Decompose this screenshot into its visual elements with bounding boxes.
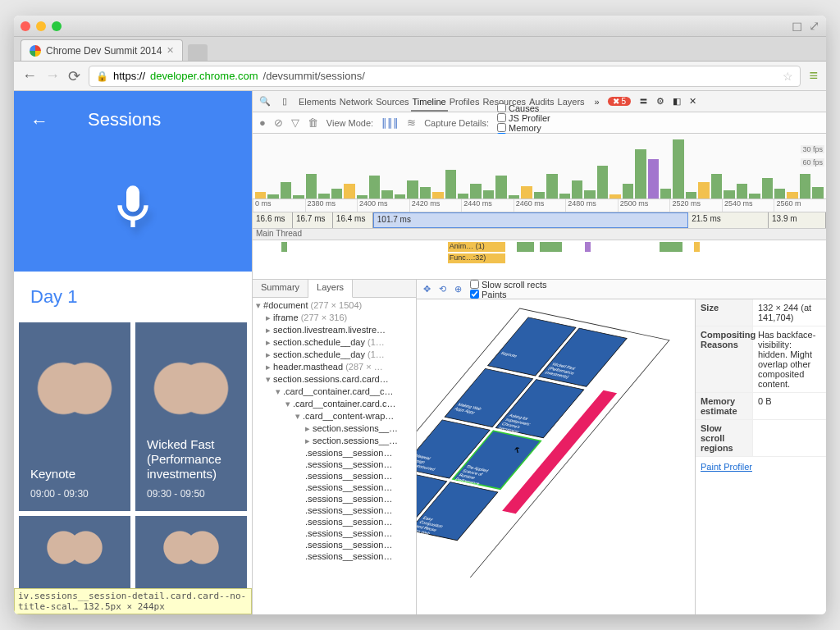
address-bar[interactable]: 🔒 https://developer.chrome.com/devsummit… (89, 66, 801, 87)
forward-button[interactable]: → (45, 67, 60, 84)
flame-bar[interactable] (517, 242, 534, 252)
capture-js-profiler[interactable]: JS Profiler (497, 113, 550, 123)
flame-bar[interactable] (281, 242, 287, 252)
prop-value: 132 × 244 (at 141,704) (753, 299, 826, 326)
layer-properties: Size132 × 244 (at 141,704) Compositing R… (695, 299, 826, 614)
capture-memory[interactable]: Memory (497, 123, 550, 133)
browser-toolbar: ← → ⟳ 🔒 https://developer.chrome.com/dev… (14, 62, 826, 91)
tree-node[interactable]: .sessions__session… (253, 539, 416, 550)
flame-chart[interactable]: Anim… (1) Func…:32) (253, 240, 826, 280)
close-tab-icon[interactable]: ✕ (167, 45, 174, 56)
panel-tab-elements[interactable]: Elements (297, 94, 338, 110)
tree-node[interactable]: iframe (277 × 316) (253, 312, 416, 324)
fullscreen-icon[interactable]: ⤢ (809, 18, 819, 34)
prop-value (753, 420, 826, 456)
chrome-favicon-icon (30, 45, 41, 57)
layers-viz: ✥ ⟲ ⊕ Slow scroll rects Paints KeynoteWi… (417, 280, 826, 614)
frame-segment[interactable]: 13.9 m (769, 212, 826, 228)
tree-node[interactable]: section.schedule__day (1… (253, 349, 416, 361)
session-cards: Keynote 09:00 - 09:30 Wicked Fast (Perfo… (14, 322, 252, 606)
tree-node[interactable]: .sessions__session… (253, 482, 416, 493)
devtools: 🔍 ▯ ElementsNetworkSourcesTimelineProfil… (252, 91, 826, 614)
reset-icon[interactable]: ⊕ (454, 284, 462, 294)
device-mode-icon[interactable]: ▯ (281, 93, 289, 110)
inspect-icon[interactable]: 🔍 (258, 93, 272, 110)
layer-tree[interactable]: #document (277 × 1504)iframe (277 × 316)… (253, 298, 416, 614)
tree-node[interactable]: .sessions__session… (253, 447, 416, 459)
frame-segment[interactable]: 101.7 ms (373, 212, 688, 228)
dock-side-icon[interactable]: ◧ (673, 96, 681, 107)
drawer-toggle-icon[interactable]: 〓 (639, 95, 648, 107)
close-devtools-icon[interactable]: ✕ (689, 96, 696, 107)
frame-segment[interactable]: 16.7 ms (293, 212, 333, 228)
bookmark-star-icon[interactable]: ☆ (783, 70, 793, 83)
frame-segment[interactable]: 21.5 ms (688, 212, 769, 228)
tree-node[interactable]: section.sessions__… (253, 422, 416, 435)
frame-row[interactable]: 16.6 ms16.7 ms16.4 ms101.7 ms21.5 ms13.9… (253, 212, 826, 229)
hamburger-menu-icon[interactable]: ≡ (809, 67, 818, 84)
tree-node[interactable]: header.masthead (287 × … (253, 361, 416, 373)
sub-tab-summary[interactable]: Summary (253, 280, 308, 297)
flame-view-icon[interactable]: ≋ (407, 116, 416, 129)
time-ruler[interactable]: 0 ms2380 ms2400 ms2420 ms2440 ms2460 ms2… (253, 199, 826, 212)
session-card[interactable]: Wicked Fast (Performance investments) 09… (135, 322, 247, 511)
tree-node[interactable]: #document (277 × 1504) (253, 299, 416, 312)
close-window-button[interactable] (21, 21, 30, 31)
tree-node[interactable]: .sessions__session… (253, 504, 416, 516)
panel-tab-sources[interactable]: Sources (374, 94, 410, 110)
viz-opt-slow-scroll-rects[interactable]: Slow scroll rects (470, 280, 546, 290)
timeline-overview[interactable]: 30 fps 60 fps (253, 134, 826, 199)
app-back-icon[interactable]: ← (30, 111, 48, 131)
flame-bar[interactable] (540, 242, 563, 252)
tree-node[interactable]: .card__content-wrap… (253, 410, 416, 422)
flame-bar[interactable] (694, 242, 700, 252)
more-panels-icon[interactable]: » (595, 97, 600, 107)
viz-opt-paints[interactable]: Paints (470, 290, 546, 299)
back-button[interactable]: ← (22, 67, 37, 84)
record-icon[interactable]: ● (259, 116, 266, 129)
panel-tab-timeline[interactable]: Timeline (411, 94, 448, 112)
tree-node[interactable]: .sessions__session… (253, 527, 416, 539)
pan-icon[interactable]: ✥ (423, 284, 431, 294)
reload-button[interactable]: ⟳ (68, 67, 80, 85)
layer-stage[interactable]: KeynoteWicked Fast(Performanceinvestment… (417, 299, 695, 614)
browser-tab[interactable]: Chrome Dev Summit 2014 ✕ (21, 39, 183, 61)
capture-causes[interactable]: Causes (497, 103, 550, 113)
tree-node[interactable]: .card__container.card.c… (253, 398, 416, 410)
tree-node[interactable]: section.schedule__day (1… (253, 336, 416, 349)
user-icon[interactable]: ◻ (792, 18, 802, 34)
session-card[interactable]: Keynote 09:00 - 09:30 (19, 322, 130, 511)
traffic-lights (21, 21, 62, 31)
sub-tab-layers[interactable]: Layers (308, 280, 353, 298)
panel-tab-network[interactable]: Network (338, 94, 374, 110)
flame-bar[interactable] (660, 242, 682, 252)
zoom-window-button[interactable] (52, 21, 62, 31)
tree-node[interactable]: .sessions__session… (253, 516, 416, 527)
tree-node[interactable]: section.livestream.livestre… (253, 324, 416, 336)
clear-icon[interactable]: ⊘ (274, 116, 283, 129)
bars-view-icon[interactable]: ∥∥∥ (381, 116, 399, 129)
settings-gear-icon[interactable]: ⚙ (656, 96, 664, 107)
tree-node[interactable]: .sessions__session… (253, 459, 416, 470)
rotate-icon[interactable]: ⟲ (439, 284, 446, 294)
browser-window: ◻ ⤢ Chrome Dev Summit 2014 ✕ ← → ⟳ 🔒 htt… (14, 16, 826, 614)
tree-node[interactable]: .sessions__session… (253, 550, 416, 562)
panel-tab-profiles[interactable]: Profiles (448, 94, 482, 110)
tree-node[interactable]: .card__container.card__c… (253, 386, 416, 398)
frame-segment[interactable]: 16.6 ms (253, 212, 293, 228)
error-badge[interactable]: ✖ 5 (608, 97, 631, 106)
panel-tab-layers[interactable]: Layers (556, 94, 587, 110)
new-tab-button[interactable] (188, 44, 208, 61)
frame-segment[interactable]: 16.4 ms (333, 212, 373, 228)
garbage-icon[interactable]: 🗑 (308, 116, 318, 129)
tree-node[interactable]: section.sessions__… (253, 435, 416, 447)
flame-bar[interactable] (585, 242, 591, 252)
flame-bar[interactable]: Func…:32) (448, 253, 505, 263)
minimize-window-button[interactable] (36, 21, 46, 31)
tree-node[interactable]: .sessions__session… (253, 493, 416, 504)
paint-profiler-link[interactable]: Paint Profiler (696, 457, 826, 477)
flame-bar[interactable]: Anim… (1) (448, 242, 505, 252)
tree-node[interactable]: section.sessions.card.card… (253, 373, 416, 386)
tree-node[interactable]: .sessions__session… (253, 470, 416, 482)
filter-icon[interactable]: ▽ (291, 116, 299, 129)
